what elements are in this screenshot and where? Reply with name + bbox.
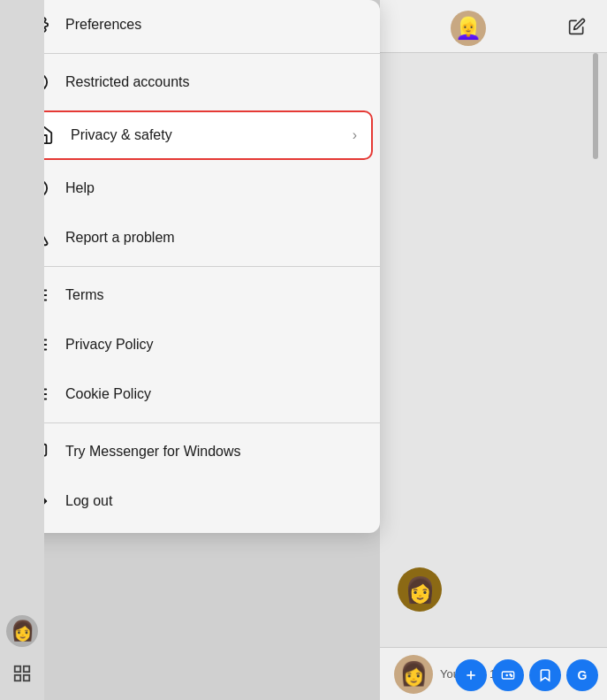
menu-item-privacy-policy[interactable]: Privacy Policy	[9, 320, 380, 369]
games-button[interactable]	[492, 659, 524, 691]
menu-item-help[interactable]: Help	[9, 164, 380, 213]
avatar-top: 👱‍♀️	[451, 11, 486, 46]
chevron-right-icon: ›	[353, 127, 357, 143]
divider-2	[9, 266, 380, 267]
sidebar-avatar-icon[interactable]: 👩	[6, 615, 38, 647]
divider-1	[9, 53, 380, 54]
left-sidebar: 👩	[0, 0, 44, 700]
bookmark-button[interactable]	[529, 659, 561, 691]
dropdown-menu: Preferences Restricted accounts Privacy …	[9, 0, 380, 533]
bottom-action-icons: G	[455, 659, 598, 691]
menu-item-terms[interactable]: Terms	[9, 270, 380, 320]
conversation-avatar: 👩	[398, 567, 442, 612]
menu-label-restricted: Restricted accounts	[65, 74, 362, 90]
menu-label-help: Help	[65, 180, 362, 196]
svg-rect-25	[24, 666, 29, 672]
sidebar-grid-icon[interactable]	[6, 658, 38, 689]
svg-rect-24	[15, 666, 20, 672]
bottom-avatar: 👩	[394, 655, 433, 694]
divider-3	[9, 422, 380, 423]
edit-icon[interactable]	[561, 11, 593, 42]
menu-item-report[interactable]: Report a problem	[9, 213, 380, 262]
menu-label-terms: Terms	[65, 287, 362, 303]
menu-label-privacy: Privacy & safety	[71, 127, 338, 143]
menu-label-messenger: Try Messenger for Windows	[65, 444, 362, 460]
menu-item-restricted[interactable]: Restricted accounts	[9, 57, 380, 107]
svg-point-23	[511, 675, 512, 676]
menu-item-cookie[interactable]: Cookie Policy	[9, 369, 380, 419]
svg-rect-26	[15, 675, 20, 681]
menu-item-preferences[interactable]: Preferences	[9, 0, 380, 49]
menu-label-logout: Log out	[65, 493, 362, 509]
menu-label-privacy-policy: Privacy Policy	[65, 337, 362, 353]
menu-item-privacy[interactable]: Privacy & safety ›	[16, 110, 373, 160]
svg-rect-27	[24, 675, 29, 681]
menu-label-report: Report a problem	[65, 230, 362, 246]
games2-button[interactable]: G	[566, 659, 598, 691]
add-button[interactable]	[455, 659, 487, 691]
menu-item-logout[interactable]: Log out	[9, 476, 380, 526]
top-bar	[380, 0, 607, 53]
menu-item-messenger[interactable]: Try Messenger for Windows	[9, 427, 380, 476]
scrollbar[interactable]	[593, 53, 598, 159]
menu-label-cookie: Cookie Policy	[65, 386, 362, 402]
menu-label-preferences: Preferences	[65, 17, 362, 33]
